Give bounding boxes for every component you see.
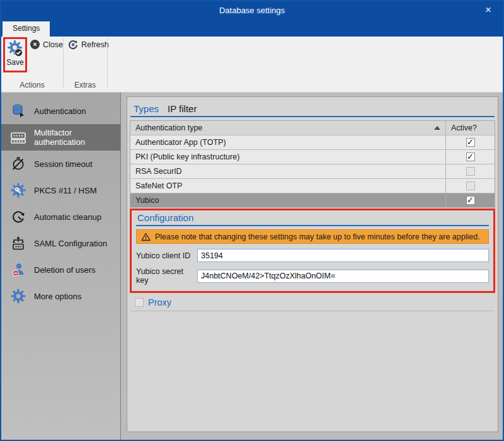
sidebar-item-authentication[interactable]: Authentication xyxy=(1,98,120,124)
window-close-icon[interactable]: × xyxy=(485,4,491,16)
content-area: Types IP filter Authentication type Acti… xyxy=(121,93,503,440)
sort-ascending-icon xyxy=(434,126,440,130)
column-header-active[interactable]: Active? xyxy=(445,121,495,135)
tab-settings[interactable]: Settings xyxy=(3,21,50,37)
ribbon-group-extras: Extras xyxy=(63,81,107,89)
close-circle-icon: × xyxy=(30,40,40,49)
sidebar-item-deletion-of-users[interactable]: Deletion of users xyxy=(1,256,120,283)
close-button-label: Close xyxy=(43,40,63,49)
sidebar-item-label: SAML Configuration xyxy=(34,239,107,248)
warning-text: Please note that changing these settings… xyxy=(155,232,480,241)
gear-icon xyxy=(10,288,26,304)
content-panel: Types IP filter Authentication type Acti… xyxy=(127,96,498,432)
refresh-icon xyxy=(68,40,78,50)
save-gear-check-icon xyxy=(6,40,24,57)
table-header-row[interactable]: Authentication type Active? xyxy=(130,121,495,135)
sidebar-item-label: Automatic cleanup xyxy=(34,212,101,222)
save-button[interactable]: Save xyxy=(3,37,27,72)
user-remove-icon xyxy=(10,261,26,278)
client-id-field-row: Yubico client ID xyxy=(136,249,489,262)
saml-flow-icon xyxy=(10,235,26,251)
circular-arrow-icon xyxy=(10,209,26,225)
client-id-input[interactable] xyxy=(197,249,489,262)
secret-key-label: Yubico secret key xyxy=(136,267,197,285)
sidebar-item-pkcs-hsm[interactable]: PKCS #11 / HSM xyxy=(1,177,120,203)
warning-banner: Please note that changing these settings… xyxy=(136,229,489,244)
ribbon-group-actions: Actions xyxy=(1,81,63,89)
active-checkbox[interactable] xyxy=(466,152,475,161)
warning-triangle-icon xyxy=(141,232,151,241)
auth-type-cell: RSA SecurID xyxy=(130,167,445,176)
proxy-label: Proxy xyxy=(148,297,171,307)
sidebar-item-more-options[interactable]: More options xyxy=(1,283,120,309)
gear-key-icon xyxy=(10,182,26,198)
sidebar-item-label: More options xyxy=(34,292,81,301)
sidebar-item-saml-configuration[interactable]: SAML Configuration xyxy=(1,230,120,256)
settings-sidebar: Authentication Multifactor au xyxy=(1,93,121,440)
close-button[interactable]: × Close xyxy=(30,40,63,49)
active-checkbox[interactable] xyxy=(466,196,475,205)
refresh-button-label: Refresh xyxy=(81,40,109,49)
client-id-label: Yubico client ID xyxy=(136,251,197,260)
tab-types[interactable]: Types xyxy=(134,103,159,114)
proxy-group-header[interactable]: Proxy xyxy=(135,297,495,307)
title-bar: Database settings × xyxy=(1,1,503,20)
ribbon-toolbar: Save × Close Refresh Actions Extras xyxy=(1,37,503,93)
auth-type-cell: PKI (Public key infrastructure) xyxy=(130,152,445,161)
sidebar-item-label: Session timeout xyxy=(34,159,93,169)
save-button-label: Save xyxy=(6,58,23,67)
content-tabs: Types IP filter xyxy=(130,101,495,116)
proxy-checkbox[interactable] xyxy=(135,298,144,307)
table-row-selected[interactable]: Yubico xyxy=(130,193,495,208)
column-header-authentication-type[interactable]: Authentication type xyxy=(130,123,445,132)
refresh-button[interactable]: Refresh xyxy=(68,40,109,50)
table-row[interactable]: PKI (Public key infrastructure) xyxy=(130,150,495,164)
auth-type-cell: Yubico xyxy=(130,196,445,205)
ribbon-separator xyxy=(107,38,108,88)
tabs-underline xyxy=(130,116,495,117)
dialog-title: Database settings xyxy=(1,6,503,15)
stopwatch-icon xyxy=(10,156,26,172)
database-icon xyxy=(10,103,26,119)
ribbon-tab-band: Settings xyxy=(1,20,503,37)
proxy-divider xyxy=(130,311,495,311)
sidebar-item-label: Multifactor authentication xyxy=(34,128,120,147)
database-settings-dialog: Database settings × Settings Save × Clos… xyxy=(0,0,504,441)
active-checkbox[interactable] xyxy=(466,181,475,190)
tab-ip-filter[interactable]: IP filter xyxy=(168,103,197,114)
configuration-underline xyxy=(136,225,489,226)
table-row[interactable]: RSA SecurID xyxy=(130,164,495,179)
sidebar-item-label: PKCS #11 / HSM xyxy=(34,186,96,195)
keyboard-icon xyxy=(10,129,26,146)
configuration-section: Configuration Please note that changing … xyxy=(130,209,495,293)
table-row[interactable]: Authenticator App (TOTP) xyxy=(130,135,495,150)
sidebar-item-multifactor-authentication[interactable]: Multifactor authentication xyxy=(1,124,120,151)
sidebar-item-label: Deletion of users xyxy=(34,265,96,275)
sidebar-item-label: Authentication xyxy=(34,106,86,116)
configuration-title: Configuration xyxy=(136,212,489,223)
sidebar-item-automatic-cleanup[interactable]: Automatic cleanup xyxy=(1,203,120,230)
secret-key-input[interactable] xyxy=(197,270,489,283)
sidebar-item-session-timeout[interactable]: Session timeout xyxy=(1,151,120,177)
auth-type-cell: SafeNet OTP xyxy=(130,181,445,190)
dialog-body: Authentication Multifactor au xyxy=(1,93,503,440)
auth-type-cell: Authenticator App (TOTP) xyxy=(130,138,445,147)
table-row[interactable]: SafeNet OTP xyxy=(130,179,495,193)
active-checkbox[interactable] xyxy=(466,167,475,176)
active-checkbox[interactable] xyxy=(466,138,475,147)
secret-key-field-row: Yubico secret key xyxy=(136,267,489,285)
authentication-types-table: Authentication type Active? Authenticato… xyxy=(130,120,495,208)
